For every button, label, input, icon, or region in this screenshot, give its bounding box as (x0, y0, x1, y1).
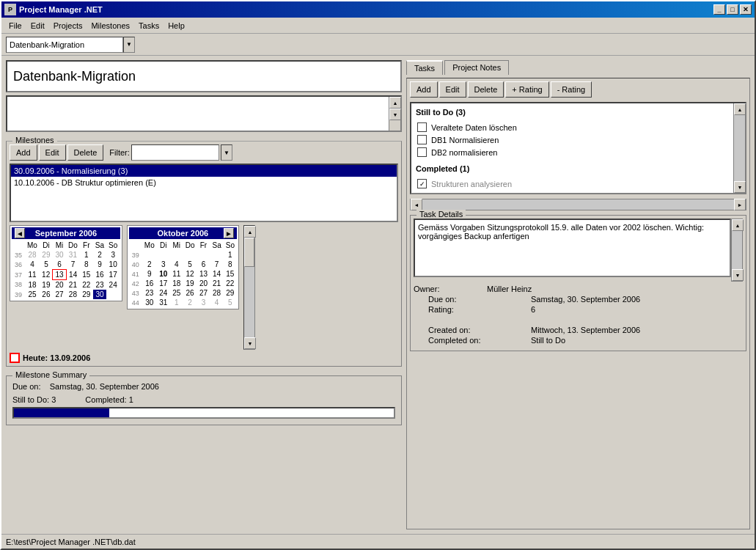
cal-day[interactable]: 29 (80, 290, 93, 299)
cal-day[interactable]: 4 (170, 260, 183, 269)
cal-day[interactable]: 12 (183, 269, 197, 279)
cal-day[interactable]: 4 (25, 260, 40, 270)
cal-day-selected[interactable]: 30 (93, 290, 106, 299)
cal-day[interactable]: 11 (170, 269, 183, 279)
tasks-hscroll-left[interactable]: ◄ (411, 199, 422, 210)
cal-day[interactable]: 14 (210, 269, 224, 279)
close-button[interactable]: ✕ (740, 4, 752, 15)
cal-day[interactable]: 19 (40, 280, 53, 290)
cal-day[interactable]: 12 (40, 270, 53, 280)
cal-day[interactable]: 5 (40, 260, 53, 270)
milestones-add-button[interactable]: Add (10, 144, 37, 161)
cal-day[interactable]: 30 (53, 250, 66, 260)
cal-day[interactable]: 11 (25, 270, 40, 280)
menu-help[interactable]: Help (164, 20, 189, 32)
cal-day[interactable]: 28 (210, 288, 224, 298)
cal-day[interactable]: 21 (66, 280, 80, 290)
project-selector-arrow[interactable]: ▼ (123, 37, 135, 53)
cal-day[interactable]: 5 (224, 298, 237, 307)
next-month-button[interactable]: ► (224, 228, 234, 238)
cal-day[interactable]: 25 (170, 288, 183, 298)
cal-day[interactable]: 27 (53, 290, 66, 299)
cal-day[interactable]: 31 (66, 250, 80, 260)
cal-day[interactable]: 19 (183, 279, 197, 288)
tasks-delete-button[interactable]: Delete (468, 81, 504, 98)
cal-day[interactable]: 1 (224, 250, 237, 260)
milestones-list[interactable]: 30.09.2006 - Normalisierung (3) 10.10.20… (10, 164, 398, 222)
cal-day[interactable]: 23 (93, 280, 106, 290)
cal-day[interactable]: 10 (106, 260, 120, 270)
tasks-hscrollbar[interactable]: ◄ ► (410, 199, 746, 210)
tasks-scrollbar[interactable]: ▲ ▼ (733, 103, 745, 193)
cal-day[interactable]: 16 (93, 270, 106, 280)
scroll-down-button[interactable]: ▼ (389, 109, 401, 120)
task-checkbox[interactable] (417, 147, 427, 157)
cal-day[interactable]: 29 (40, 250, 53, 260)
cal-day[interactable]: 24 (157, 288, 170, 298)
cal-day[interactable]: 8 (80, 260, 93, 270)
prev-month-button[interactable]: ◄ (15, 228, 25, 238)
cal-day[interactable]: 3 (157, 260, 170, 269)
cal-day[interactable]: 17 (106, 270, 120, 280)
tasks-scroll-up[interactable]: ▲ (734, 103, 746, 115)
cal-day[interactable]: 1 (170, 298, 183, 307)
desc-scrollbar[interactable]: ▲ ▼ (389, 97, 400, 131)
tasks-hscroll-right[interactable]: ► (734, 199, 746, 210)
menu-projects[interactable]: Projects (49, 20, 87, 32)
cal-day[interactable]: 2 (183, 298, 197, 307)
cal-day[interactable]: 22 (224, 279, 237, 288)
cal-day[interactable]: 10 (157, 269, 170, 279)
milestones-delete-button[interactable]: Delete (67, 144, 104, 161)
cal-day[interactable]: 28 (66, 290, 80, 299)
cal-day[interactable]: 5 (183, 260, 197, 269)
project-description[interactable]: ▲ ▼ (6, 95, 402, 132)
tab-project-notes[interactable]: Project Notes (444, 60, 509, 75)
detail-scroll-up[interactable]: ▲ (732, 219, 744, 231)
cal-day[interactable]: 2 (93, 250, 106, 260)
detail-scrollbar[interactable]: ▲ ▼ (731, 219, 743, 282)
tasks-plus-rating-button[interactable]: + Rating (505, 81, 548, 98)
tab-tasks[interactable]: Tasks (406, 60, 443, 75)
cal-day[interactable]: 17 (157, 279, 170, 288)
cal-scroll-up[interactable]: ▲ (244, 226, 256, 238)
project-selector[interactable]: Datenbank-Migration (6, 37, 123, 53)
task-detail-textarea[interactable]: Gemäss Vorgaben Sitzungsprotokoll 15.9. … (414, 219, 731, 277)
cal-day[interactable]: 20 (53, 280, 66, 290)
cal-day[interactable]: 21 (210, 279, 224, 288)
cal-day[interactable]: 24 (106, 280, 120, 290)
cal-day[interactable]: 22 (80, 280, 93, 290)
cal-day[interactable]: 9 (93, 260, 106, 270)
calendar-scrollbar[interactable]: ▲ ▼ (243, 225, 255, 350)
scroll-up-button[interactable]: ▲ (389, 97, 401, 109)
cal-day[interactable]: 26 (183, 288, 197, 298)
cal-day[interactable]: 29 (224, 288, 237, 298)
cal-day[interactable]: 28 (25, 250, 40, 260)
filter-dropdown[interactable] (131, 144, 219, 161)
cal-day[interactable]: 3 (106, 250, 120, 260)
cal-day[interactable]: 1 (80, 250, 93, 260)
menu-edit[interactable]: Edit (26, 20, 49, 32)
tasks-add-button[interactable]: Add (410, 81, 438, 98)
cal-day[interactable]: 15 (224, 269, 237, 279)
cal-day[interactable]: 18 (170, 279, 183, 288)
task-checkbox[interactable] (417, 122, 427, 132)
cal-day[interactable]: 6 (197, 260, 210, 269)
cal-scroll-down[interactable]: ▼ (244, 337, 256, 349)
detail-scroll-down[interactable]: ▼ (732, 269, 744, 281)
cal-day[interactable]: 25 (25, 290, 40, 299)
cal-day[interactable]: 2 (142, 260, 157, 269)
cal-day[interactable]: 18 (25, 280, 40, 290)
milestones-edit-button[interactable]: Edit (39, 144, 66, 161)
cal-day[interactable]: 9 (142, 269, 157, 279)
cal-day[interactable]: 15 (80, 270, 93, 280)
maximize-button[interactable]: □ (727, 4, 738, 15)
task-checkbox-checked[interactable]: ✓ (417, 179, 427, 188)
cal-day[interactable]: 6 (53, 260, 66, 270)
cal-day[interactable]: 7 (210, 260, 224, 269)
cal-day[interactable]: 30 (142, 298, 157, 307)
cal-day[interactable]: 8 (224, 260, 237, 269)
cal-day[interactable]: 16 (142, 279, 157, 288)
cal-day[interactable]: 26 (40, 290, 53, 299)
cal-day[interactable]: 13 (197, 269, 210, 279)
cal-day-today[interactable]: 13 (53, 270, 66, 280)
